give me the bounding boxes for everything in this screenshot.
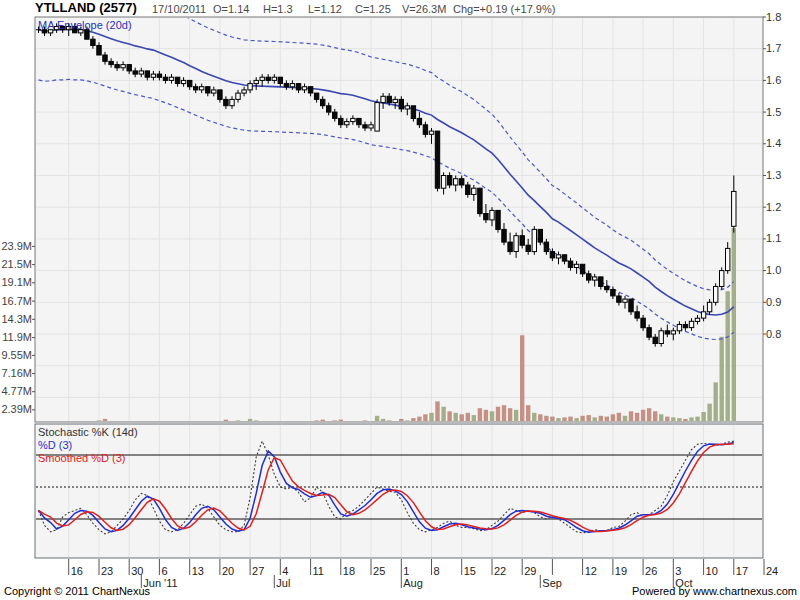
quote-change: Chg=+0.19 (+17.9%) xyxy=(453,3,555,15)
x-axis-day-label: 27 xyxy=(252,565,264,577)
x-axis-month-label: Jul xyxy=(276,577,290,589)
price-volume-panel[interactable] xyxy=(35,17,763,422)
stochastic-sd-legend: Smoothed %D (3) xyxy=(38,452,125,464)
x-axis-day-label: 4 xyxy=(282,565,288,577)
volume-axis-label: 4.77M xyxy=(0,385,32,397)
volume-axis-label: 16.7M xyxy=(0,295,32,307)
x-axis-day-label: 25 xyxy=(373,565,385,577)
price-axis-label: 1.4 xyxy=(766,137,781,149)
x-axis-day-label: 15 xyxy=(464,565,476,577)
stochastic-panel[interactable] xyxy=(35,424,763,558)
price-axis-label: 1.5 xyxy=(766,106,781,118)
quote-close: C=1.25 xyxy=(355,3,391,15)
x-axis-day-label: 29 xyxy=(524,565,536,577)
quote-volume: V=26.3M xyxy=(402,3,446,15)
x-axis-day-label: 3 xyxy=(675,565,681,577)
volume-axis-label: 23.9M xyxy=(0,240,32,252)
price-axis-label: 1.3 xyxy=(766,169,781,181)
x-axis-day-label: 26 xyxy=(645,565,657,577)
quote-low: L=1.12 xyxy=(308,3,342,15)
x-axis-day-label: 20 xyxy=(222,565,234,577)
volume-axis-label: 21.5M xyxy=(0,258,32,270)
x-axis-month-label: Aug xyxy=(403,577,423,589)
x-axis-day-label: 13 xyxy=(192,565,204,577)
x-axis-month-label: Sep xyxy=(542,577,562,589)
volume-axis-label: 2.39M xyxy=(0,403,32,415)
volume-axis-label: 19.1M xyxy=(0,276,32,288)
volume-axis-label: 14.3M xyxy=(0,313,32,325)
x-axis-day-label: 19 xyxy=(615,565,627,577)
x-axis-day-label: 1 xyxy=(403,565,409,577)
price-axis-label: 1.2 xyxy=(766,201,781,213)
quote-header: YTLLAND (2577) 17/10/2011 O=1.14 H=1.3 L… xyxy=(0,0,800,17)
x-axis-day-label: 30 xyxy=(131,565,143,577)
stochastic-d-legend: %D (3) xyxy=(38,439,72,451)
x-axis-day-label: 11 xyxy=(313,565,324,577)
quote-high: H=1.3 xyxy=(263,3,293,15)
symbol-title: YTLLAND (2577) xyxy=(35,0,137,15)
copyright-text: Copyright © 2011 ChartNexus xyxy=(4,585,150,597)
volume-axis-label: 11.9M xyxy=(0,331,32,343)
price-axis-label: 1.8 xyxy=(766,11,781,23)
volume-axis-label: 7.16M xyxy=(0,367,32,379)
price-axis-label: 1.1 xyxy=(766,232,781,244)
x-axis-day-label: 24 xyxy=(766,565,778,577)
quote-date: 17/10/2011 xyxy=(152,3,206,15)
price-axis-label: 0.9 xyxy=(766,296,781,308)
powered-by-text: Powered by www.chartnexus.com xyxy=(632,585,797,597)
volume-axis-label: 9.55M xyxy=(0,349,32,361)
x-axis-day-label: 22 xyxy=(494,565,506,577)
stochastic-k-legend: Stochastic %K (14d) xyxy=(38,426,138,438)
x-axis-day-label: 10 xyxy=(706,565,718,577)
price-axis-label: 1.0 xyxy=(766,264,781,276)
x-axis-day-label: 6 xyxy=(161,565,167,577)
x-axis-day-label: 12 xyxy=(585,565,597,577)
x-axis-day-label: 23 xyxy=(101,565,113,577)
x-axis-day-label: 8 xyxy=(433,565,439,577)
x-axis-day-label: 18 xyxy=(343,565,355,577)
price-axis-label: 0.8 xyxy=(766,328,781,340)
price-axis-label: 1.6 xyxy=(766,74,781,86)
x-axis-day-label: 17 xyxy=(736,565,748,577)
ma-envelope-legend: MA Envelope (20d) xyxy=(38,19,132,31)
price-axis-label: 1.7 xyxy=(766,42,781,54)
x-axis-day-label: 16 xyxy=(71,565,83,577)
quote-open: O=1.14 xyxy=(213,3,249,15)
